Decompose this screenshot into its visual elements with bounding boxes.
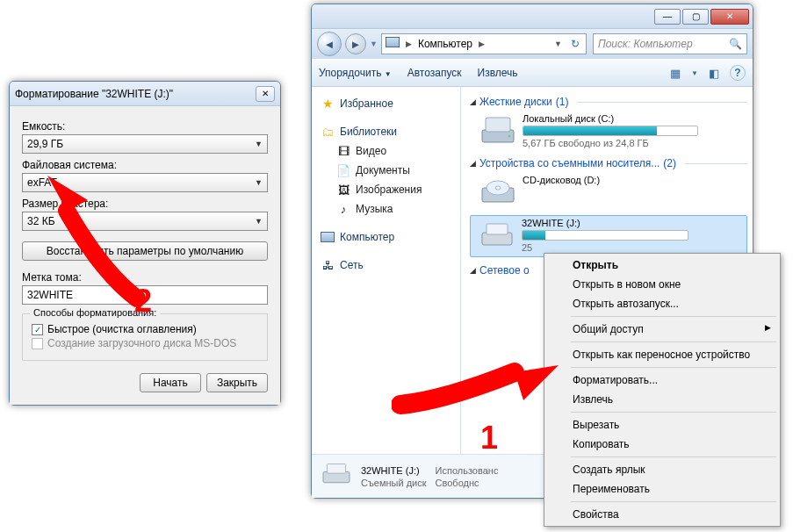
svg-rect-9 — [327, 464, 345, 473]
drive-j-name: 32WHITE (J:) — [522, 218, 688, 228]
hdd-icon — [480, 113, 515, 148]
drive-j-free: 25 — [522, 242, 688, 253]
capacity-combo[interactable]: 29,9 ГБ ▼ — [22, 134, 268, 154]
removable-drive-icon — [479, 218, 515, 253]
close-button[interactable]: ✕ — [710, 9, 749, 25]
drive-d-name: CD-дисковод (D:) — [523, 175, 600, 185]
sidebar-computer[interactable]: Компьютер — [315, 227, 457, 247]
group-removable[interactable]: ◢ Устройства со съемными носителя... (2) — [465, 154, 753, 171]
msdos-boot-checkbox: Создание загрузочного диска MS-DOS — [32, 337, 258, 349]
nav-row: ◄ ► ▼ ▶ Компьютер ▶ ▼ ↻ Поиск: Компьютер… — [312, 29, 753, 59]
menu-format[interactable]: Форматировать... — [546, 370, 778, 390]
svg-point-2 — [508, 135, 511, 138]
close-button[interactable]: Закрыть — [206, 373, 268, 392]
menu-open-new-window[interactable]: Открыть в новом окне — [546, 275, 778, 294]
filesystem-label: Файловая система: — [22, 159, 268, 171]
menu-cut[interactable]: Вырезать — [546, 415, 778, 435]
chevron-down-icon: ▼ — [385, 70, 392, 78]
sidebar-documents[interactable]: 📄Документы — [315, 161, 457, 180]
annotation-number-1: 1 — [480, 420, 498, 457]
computer-icon — [321, 230, 335, 244]
menu-eject[interactable]: Извлечь — [546, 390, 778, 409]
autorun-button[interactable]: Автозапуск — [407, 67, 462, 79]
address-bar[interactable]: ▶ Компьютер ▶ ▼ ↻ — [381, 33, 587, 54]
checkbox-checked-icon: ✓ — [32, 324, 43, 335]
capacity-label: Емкость: — [22, 120, 268, 133]
star-icon: ★ — [321, 97, 335, 111]
chevron-down-icon[interactable]: ▼ — [691, 69, 698, 77]
format-options-group: Способы форматирования: ✓ Быстрое (очист… — [22, 313, 268, 361]
start-button[interactable]: Начать — [140, 373, 201, 392]
help-icon[interactable]: ? — [730, 65, 746, 81]
drive-c-usage-bar — [523, 126, 698, 136]
svg-point-5 — [495, 186, 501, 190]
forward-button[interactable]: ► — [345, 33, 366, 54]
status-free-key: Свободнс — [436, 478, 479, 488]
chevron-down-icon: ▼ — [255, 140, 263, 148]
sidebar-music[interactable]: ♪Музыка — [315, 199, 457, 219]
view-icon[interactable]: ▦ — [667, 64, 684, 82]
breadcrumb[interactable]: Компьютер — [418, 38, 472, 50]
status-used-key: Использованс — [436, 465, 499, 476]
format-dialog-titlebar[interactable]: Форматирование "32WHITE (J:)" ✕ — [10, 82, 280, 106]
search-input[interactable]: Поиск: Компьютер 🔍 — [593, 33, 747, 54]
annotation-number-2: 2 — [134, 283, 152, 320]
svg-rect-1 — [486, 118, 510, 132]
menu-copy[interactable]: Копировать — [546, 435, 778, 454]
refresh-icon[interactable]: ↻ — [568, 38, 582, 50]
music-icon: ♪ — [336, 202, 350, 216]
chevron-down-icon: ▼ — [255, 217, 263, 226]
search-placeholder: Поиск: Компьютер — [598, 38, 693, 50]
computer-icon — [386, 37, 400, 51]
menu-create-shortcut[interactable]: Создать ярлык — [546, 460, 778, 479]
drive-context-menu: Открыть Открыть в новом окне Открыть авт… — [544, 253, 781, 527]
sidebar-pictures[interactable]: 🖼Изображения — [315, 180, 457, 199]
menu-open[interactable]: Открыть — [546, 255, 778, 275]
annotation-arrow-1 — [392, 339, 567, 421]
menu-portable-device[interactable]: Открыть как переносное устройство — [546, 345, 778, 364]
chevron-right-icon[interactable]: ▶ — [476, 40, 487, 48]
sidebar-video[interactable]: 🎞Видео — [315, 141, 457, 161]
sidebar-favorites[interactable]: ★Избранное — [315, 94, 457, 113]
explorer-toolbar: Упорядочить ▼ Автозапуск Извлечь ▦ ▼ ◧ ? — [312, 59, 753, 87]
menu-properties[interactable]: Свойства — [546, 505, 778, 524]
drive-d-tile[interactable]: CD-дисковод (D:) — [465, 171, 753, 215]
menu-sharing[interactable]: Общий доступ▶ — [546, 320, 778, 339]
collapse-icon: ◢ — [470, 97, 476, 106]
eject-button[interactable]: Извлечь — [478, 67, 518, 79]
drive-c-free: 5,67 ГБ свободно из 24,8 ГБ — [523, 138, 698, 148]
menu-rename[interactable]: Переименовать — [546, 479, 778, 499]
drive-j-usage-bar — [522, 230, 688, 241]
menu-open-autorun[interactable]: Открыть автозапуск... — [546, 294, 778, 313]
quick-format-checkbox[interactable]: ✓ Быстрое (очистка оглавления) — [32, 323, 258, 335]
cd-drive-icon — [480, 175, 515, 210]
status-title: 32WHITE (J:) — [361, 465, 427, 476]
close-icon[interactable]: ✕ — [256, 86, 275, 102]
group-hard-drives[interactable]: ◢ Жесткие диски (1) — [465, 92, 753, 110]
back-button[interactable]: ◄ — [317, 32, 342, 56]
sidebar-libraries[interactable]: 🗂Библиотеки — [315, 122, 457, 141]
collapse-icon: ◢ — [470, 159, 476, 168]
documents-icon: 📄 — [336, 163, 350, 177]
drive-j-tile[interactable]: 32WHITE (J:) 25 — [470, 215, 747, 257]
network-icon: 🖧 — [321, 258, 335, 272]
history-dropdown-icon[interactable]: ▼ — [370, 40, 378, 48]
organize-menu[interactable]: Упорядочить ▼ — [319, 67, 392, 79]
removable-drive-icon — [321, 461, 352, 492]
minimize-button[interactable]: — — [654, 9, 681, 25]
capacity-value: 29,9 ГБ — [27, 138, 63, 150]
svg-marker-11 — [47, 176, 88, 211]
collapse-icon: ◢ — [470, 266, 476, 275]
sidebar-network[interactable]: 🖧Сеть — [315, 255, 457, 275]
drive-c-name: Локальный диск (C:) — [523, 113, 698, 124]
caption-buttons: — ▢ ✕ — [652, 9, 749, 25]
explorer-titlebar[interactable]: — ▢ ✕ — [312, 4, 753, 29]
format-dialog-title: Форматирование "32WHITE (J:)" — [15, 88, 256, 100]
preview-pane-icon[interactable]: ◧ — [705, 64, 723, 82]
chevron-right-icon[interactable]: ▶ — [403, 40, 415, 48]
chevron-down-icon[interactable]: ▼ — [551, 40, 565, 48]
chevron-right-icon: ▶ — [765, 323, 771, 332]
maximize-button[interactable]: ▢ — [682, 9, 709, 25]
pictures-icon: 🖼 — [336, 183, 350, 197]
drive-c-tile[interactable]: Локальный диск (C:) 5,67 ГБ свободно из … — [465, 110, 753, 154]
